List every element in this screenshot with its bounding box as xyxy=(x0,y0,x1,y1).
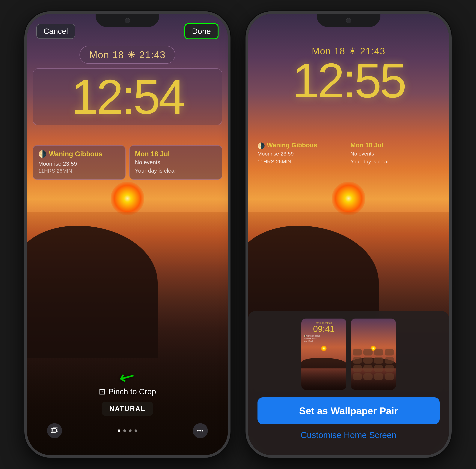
pinch-hint: ⊡ Pinch to Crop xyxy=(99,387,156,396)
lock-screen-thumb: Mon 18 21:43 09:41 🌗 Waning Gibbous Moon… xyxy=(301,318,346,390)
lock-mini-w1: 🌗 Waning Gibbous xyxy=(303,335,344,337)
widgets-row: 🌗 Waning Gibbous Moonrise 23:59 11HRS 26… xyxy=(32,145,222,180)
phone2-widget2-line1: No events xyxy=(350,150,440,158)
home-icon-3 xyxy=(374,349,383,355)
widget2-line2: Your day is clear xyxy=(135,167,217,175)
cancel-button[interactable]: Cancel xyxy=(36,24,75,39)
clock-container: 12:54 xyxy=(32,68,222,125)
lock-mini-w2: Moonrise 23:58 xyxy=(303,337,344,340)
done-button[interactable]: Done xyxy=(184,23,219,39)
widget1-line2: 11HRS 26MIN xyxy=(38,168,120,174)
phone2-widget2-line2: Your day is clear xyxy=(350,158,440,166)
phone2-widget1-line2: 11HRS 26MIN xyxy=(257,158,347,166)
home-icon-grid xyxy=(351,347,396,390)
home-icon-9 xyxy=(353,365,362,372)
phone2-widget1-title: Waning Gibbous xyxy=(267,141,317,149)
dot-4 xyxy=(135,429,137,432)
widget1-line1: Moonrise 23:59 xyxy=(38,159,120,168)
home-icon-1 xyxy=(353,349,362,355)
lock-mini-date: Mon 18 21:43 xyxy=(303,321,344,325)
lock-mini-clock: 09:41 xyxy=(303,325,344,333)
home-icon-12 xyxy=(385,365,394,372)
camera-2 xyxy=(346,18,351,23)
phone2-widgets: 🌗 Waning Gibbous Moonrise 23:59 11HRS 26… xyxy=(257,141,440,166)
widget1-title: Waning Gibbous xyxy=(49,150,102,158)
home-icon-6 xyxy=(363,357,373,364)
home-screen-thumb xyxy=(351,318,396,390)
set-wallpaper-pair-button[interactable]: Set as Wallpaper Pair xyxy=(257,397,440,424)
phone2-widget1: 🌗 Waning Gibbous Moonrise 23:59 11HRS 26… xyxy=(257,141,347,166)
wallpaper-pair-preview: Mon 18 21:43 09:41 🌗 Waning Gibbous Moon… xyxy=(257,318,440,390)
widget2-title: Mon 18 Jul xyxy=(135,150,217,158)
phone2-top: Mon 18 ☀ 21:43 12:55 xyxy=(248,46,449,102)
dot-1 xyxy=(118,429,120,432)
page-dots xyxy=(118,429,137,432)
bottom-controls: ⊡ Pinch to Crop NATURAL ••• xyxy=(27,387,228,440)
home-icon-7 xyxy=(374,357,383,364)
dot-3 xyxy=(129,429,132,432)
date-time-text: Mon 18 ☀ 21:43 xyxy=(89,49,165,60)
widget-moon: 🌗 Waning Gibbous Moonrise 23:59 11HRS 26… xyxy=(32,145,126,180)
moon-icon-2: 🌗 xyxy=(257,142,265,149)
home-icon-4 xyxy=(385,349,394,355)
phone2-widget2-title: Mon 18 Jul xyxy=(350,141,440,149)
date-pill: Mon 18 ☀ 21:43 xyxy=(79,46,175,64)
big-clock: 12:54 xyxy=(39,72,216,121)
widget2-line1: No events xyxy=(135,158,217,167)
moon-icon: 🌗 xyxy=(38,150,47,158)
home-icon-2 xyxy=(363,349,373,355)
home-icon-10 xyxy=(363,365,373,372)
home-icon-5 xyxy=(353,357,362,364)
phone2-content: Mon 18 ☀ 21:43 12:55 🌗 Waning Gibbous Mo… xyxy=(248,14,449,455)
home-icon-13 xyxy=(353,373,362,380)
natural-badge: NATURAL xyxy=(102,402,153,416)
phone2-widget1-line1: Moonrise 23:59 xyxy=(257,150,347,158)
home-icon-8 xyxy=(385,357,394,364)
green-arrow: ↙ xyxy=(115,363,140,390)
pinch-hint-text: Pinch to Crop xyxy=(108,387,156,396)
gallery-icon-button[interactable] xyxy=(47,423,62,438)
home-icon-14 xyxy=(363,373,373,380)
widget-moon-header: 🌗 Waning Gibbous xyxy=(38,150,120,158)
crop-icon: ⊡ xyxy=(99,387,105,396)
bottom-sheet: Mon 18 21:43 09:41 🌗 Waning Gibbous Moon… xyxy=(248,311,449,455)
phone1-content: Cancel Done Mon 18 ☀ 21:43 12:54 🌗 Wanin… xyxy=(27,14,228,455)
home-icon-16 xyxy=(385,373,394,380)
lock-thumb-content: Mon 18 21:43 09:41 🌗 Waning Gibbous Moon… xyxy=(301,318,346,346)
phone-1: Cancel Done Mon 18 ☀ 21:43 12:54 🌗 Wanin… xyxy=(24,11,231,458)
customise-home-screen-button[interactable]: Customise Home Screen xyxy=(257,430,440,440)
camera-1 xyxy=(125,18,130,23)
more-button[interactable]: ••• xyxy=(193,423,208,438)
pair-sun-lock xyxy=(321,346,327,351)
phone2-widget2: Mon 18 Jul No events Your day is clear xyxy=(350,141,440,166)
dot-2 xyxy=(123,429,126,432)
phone-2: Mon 18 ☀ 21:43 12:55 🌗 Waning Gibbous Mo… xyxy=(245,11,452,458)
home-icon-15 xyxy=(374,373,383,380)
notch-1 xyxy=(95,14,159,27)
lock-mini-w3: Mon 18 Jul xyxy=(303,340,344,343)
notch-2 xyxy=(317,14,381,27)
lock-mini-widgets: 🌗 Waning Gibbous Moonrise 23:58 Mon 18 J… xyxy=(303,335,344,343)
toolbar-row: ••• xyxy=(47,421,208,440)
widget-calendar: Mon 18 Jul No events Your day is clear xyxy=(129,145,222,180)
phone2-clock: 12:55 xyxy=(257,59,440,102)
home-icon-11 xyxy=(374,365,383,372)
